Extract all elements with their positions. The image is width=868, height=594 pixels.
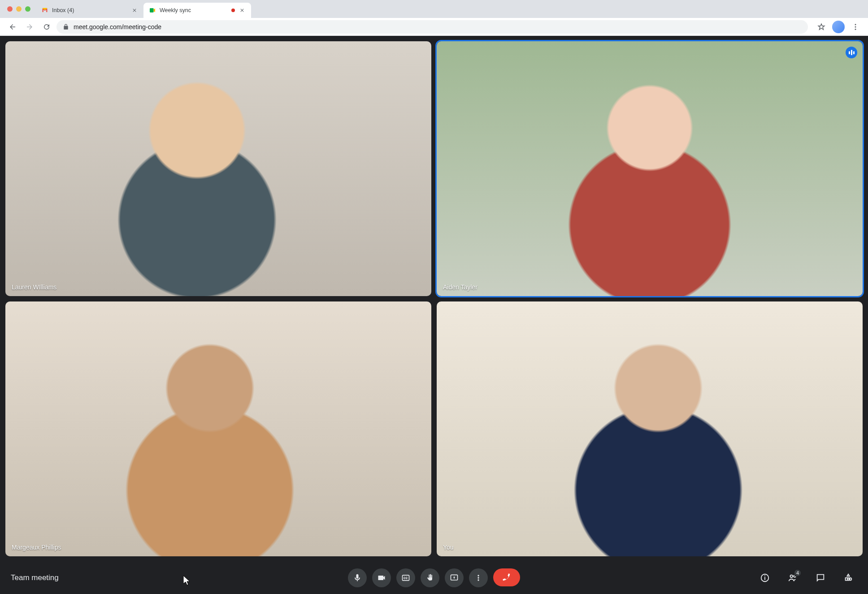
- side-panel-controls: 4: [756, 569, 857, 587]
- lock-icon: [63, 24, 69, 30]
- speaking-indicator-icon: [846, 47, 857, 58]
- raise-hand-button[interactable]: [421, 568, 439, 587]
- tab-strip: Inbox (4) Weekly sync: [0, 0, 868, 18]
- svg-point-15: [849, 578, 852, 581]
- video-feed: [437, 41, 863, 296]
- camera-button[interactable]: [372, 568, 391, 587]
- window-controls: [7, 6, 30, 12]
- svg-point-1: [855, 24, 856, 25]
- tab-title: Weekly sync: [160, 7, 228, 13]
- window-maximize-button[interactable]: [25, 6, 30, 12]
- leave-call-button[interactable]: [493, 568, 520, 586]
- meet-icon: [149, 7, 156, 14]
- meeting-details-button[interactable]: [756, 569, 774, 587]
- tab-weekly-sync[interactable]: Weekly sync: [143, 3, 251, 18]
- people-button[interactable]: 4: [784, 569, 802, 587]
- svg-point-2: [855, 26, 856, 27]
- browser-menu-button[interactable]: [848, 20, 863, 34]
- svg-point-8: [477, 577, 479, 578]
- svg-rect-11: [764, 577, 765, 580]
- forward-button[interactable]: [22, 20, 37, 34]
- meeting-bottom-bar: Team meeting CC: [0, 562, 868, 594]
- back-button[interactable]: [5, 20, 20, 34]
- video-feed: [5, 41, 431, 296]
- svg-point-13: [790, 575, 793, 578]
- more-options-button[interactable]: [469, 568, 488, 587]
- recording-indicator-icon: [231, 9, 235, 12]
- present-screen-button[interactable]: [445, 568, 464, 587]
- meeting-name: Team meeting: [11, 573, 59, 582]
- participant-tile[interactable]: Margeaux Phillips: [5, 301, 431, 556]
- browser-chrome: Inbox (4) Weekly sync: [0, 0, 868, 36]
- tab-title: Inbox (4): [52, 7, 127, 13]
- participant-count-badge: 4: [794, 569, 802, 577]
- gmail-icon: [41, 7, 48, 14]
- svg-rect-12: [764, 576, 765, 577]
- window-minimize-button[interactable]: [16, 6, 22, 12]
- call-controls: CC: [348, 568, 520, 587]
- url-text: meet.google.com/meeting-code: [74, 23, 161, 31]
- profile-avatar[interactable]: [832, 21, 845, 33]
- meeting-area: Lauren WIlliams Aiden Tayler Margeaux Ph…: [0, 36, 868, 594]
- participant-name: Margeaux Phillips: [12, 544, 61, 551]
- browser-toolbar: meet.google.com/meeting-code: [0, 18, 868, 36]
- participant-tile[interactable]: You: [437, 301, 863, 556]
- video-feed: [5, 301, 431, 556]
- microphone-button[interactable]: [348, 568, 367, 587]
- tab-inbox[interactable]: Inbox (4): [36, 3, 143, 18]
- participant-name: Lauren WIlliams: [12, 284, 56, 291]
- captions-button[interactable]: CC: [396, 568, 415, 587]
- video-feed: [437, 301, 863, 556]
- video-grid: Lauren WIlliams Aiden Tayler Margeaux Ph…: [0, 36, 868, 562]
- svg-point-9: [477, 579, 479, 581]
- participant-tile[interactable]: Aiden Tayler: [437, 41, 863, 296]
- participant-name: You: [443, 544, 454, 551]
- participant-name: Aiden Tayler: [443, 284, 477, 291]
- window-close-button[interactable]: [7, 6, 13, 12]
- activities-button[interactable]: [839, 569, 857, 587]
- participant-tile[interactable]: Lauren WIlliams: [5, 41, 431, 296]
- close-icon[interactable]: [239, 7, 246, 14]
- bookmark-button[interactable]: [814, 20, 829, 34]
- close-icon[interactable]: [131, 7, 138, 14]
- svg-rect-0: [150, 8, 154, 12]
- svg-text:CC: CC: [404, 577, 408, 580]
- svg-point-3: [855, 28, 856, 30]
- address-bar[interactable]: meet.google.com/meeting-code: [56, 20, 808, 34]
- reload-button[interactable]: [39, 20, 54, 34]
- svg-point-7: [477, 575, 479, 576]
- chat-button[interactable]: [812, 569, 829, 587]
